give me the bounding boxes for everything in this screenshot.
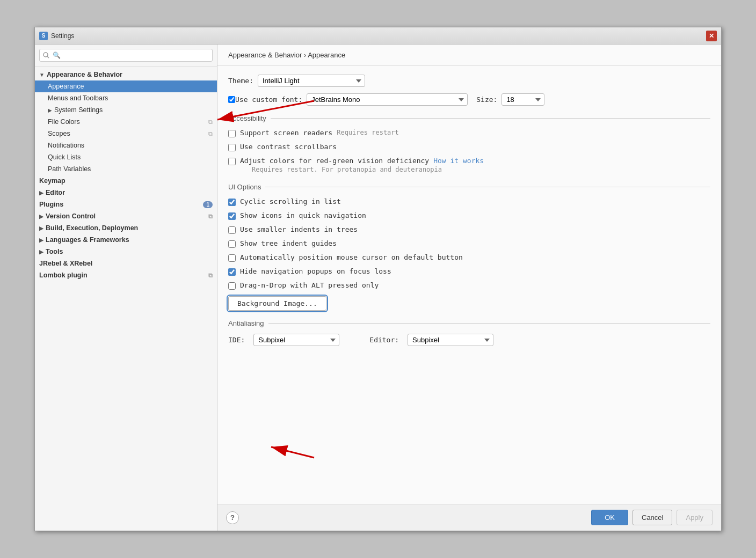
- sidebar-item-label: Appearance: [48, 83, 84, 90]
- sidebar-item-quick-lists[interactable]: Quick Lists: [35, 151, 217, 163]
- antialiasing-row: IDE: Subpixel Greyscale No antialiasing …: [228, 334, 710, 346]
- hide-nav-label[interactable]: Hide navigation popups on focus loss: [240, 267, 391, 275]
- font-row: Use custom font: JetBrains Mono Size: 18: [228, 93, 710, 106]
- ide-antialias-select[interactable]: Subpixel Greyscale No antialiasing: [253, 334, 339, 346]
- size-select[interactable]: 18: [501, 93, 544, 106]
- smaller-indents-label[interactable]: Use smaller indents in trees: [240, 225, 358, 233]
- sidebar-item-label: Keymap: [39, 177, 66, 185]
- theme-select[interactable]: IntelliJ Light: [258, 75, 365, 87]
- sidebar-item-editor[interactable]: ▶ Editor: [35, 187, 217, 199]
- sidebar-item-jrebel[interactable]: JRebel & XRebel: [35, 258, 217, 269]
- plugin-badge: 1: [203, 201, 213, 208]
- search-input[interactable]: [39, 49, 213, 62]
- auto-position-label[interactable]: Automatically position mouse cursor on d…: [240, 253, 463, 261]
- sidebar-item-keymap[interactable]: Keymap: [35, 175, 217, 187]
- sidebar-item-label: File Colors: [48, 118, 80, 126]
- breadcrumb: Appearance & Behavior › Appearance: [217, 45, 721, 66]
- screen-readers-label[interactable]: Support screen readers: [240, 129, 332, 137]
- search-box: [35, 45, 217, 67]
- editor-antialias-select[interactable]: Subpixel Greyscale No antialiasing: [408, 334, 493, 346]
- sidebar-item-file-colors[interactable]: File Colors ⧉: [35, 116, 217, 128]
- sidebar-tree: ▼ Appearance & Behavior Appearance Menus…: [35, 67, 217, 531]
- color-deficiency-row: Adjust colors for red-green vision defic…: [228, 157, 710, 178]
- font-label[interactable]: Use custom font:: [235, 96, 302, 104]
- drag-drop-checkbox[interactable]: [228, 282, 236, 290]
- cyclic-scroll-checkbox[interactable]: [228, 199, 236, 206]
- cyclic-scroll-label[interactable]: Cyclic scrolling in list: [240, 197, 341, 205]
- sidebar-item-tools[interactable]: ▶ Tools: [35, 246, 217, 258]
- antialiasing-section-header: Antialiasing: [228, 319, 710, 327]
- ide-antialias-group: IDE: Subpixel Greyscale No antialiasing: [228, 334, 339, 346]
- sidebar-item-label: Notifications: [48, 142, 84, 149]
- drag-drop-row: Drag-n-Drop with ALT pressed only: [228, 281, 710, 290]
- ok-button[interactable]: OK: [591, 510, 628, 525]
- sidebar-item-label: Path Variables: [48, 165, 91, 173]
- color-deficiency-label[interactable]: Adjust colors for red-green vision defic…: [240, 157, 429, 165]
- expand-arrow: ▼: [39, 72, 45, 78]
- bg-image-container: Background Image...: [228, 296, 710, 311]
- copy-icon: ⧉: [208, 272, 213, 279]
- help-button[interactable]: ?: [226, 511, 239, 524]
- sidebar-item-lombok[interactable]: Lombok plugin ⧉: [35, 269, 217, 281]
- show-icons-checkbox[interactable]: [228, 212, 236, 220]
- smaller-indents-checkbox[interactable]: [228, 226, 236, 234]
- contrast-scrollbars-label[interactable]: Use contrast scrollbars: [240, 143, 337, 151]
- titlebar: S Settings ✕: [35, 27, 721, 45]
- theme-label: Theme:: [228, 77, 253, 85]
- hide-nav-checkbox[interactable]: [228, 268, 236, 276]
- expand-arrow: ▶: [39, 249, 43, 255]
- sidebar-item-appearance[interactable]: Appearance: [35, 80, 217, 92]
- sidebar-item-label: Tools: [46, 248, 63, 255]
- copy-icon: ⧉: [208, 213, 213, 220]
- auto-position-row: Automatically position mouse cursor on d…: [228, 253, 710, 262]
- sidebar-item-plugins[interactable]: Plugins 1: [35, 199, 217, 210]
- sidebar-item-label: System Settings: [54, 106, 103, 114]
- sidebar-item-appearance-behavior[interactable]: ▼ Appearance & Behavior: [35, 69, 217, 80]
- sidebar-item-menus-toolbars[interactable]: Menus and Toolbars: [35, 92, 217, 104]
- contrast-scrollbars-row: Use contrast scrollbars: [228, 143, 710, 151]
- cyclic-scroll-row: Cyclic scrolling in list: [228, 197, 710, 206]
- sidebar-item-system-settings[interactable]: ▶ System Settings: [35, 104, 217, 116]
- show-icons-row: Show icons in quick navigation: [228, 211, 710, 220]
- screen-readers-hint: Requires restart: [337, 129, 399, 136]
- screen-readers-checkbox[interactable]: [228, 130, 236, 137]
- tree-indent-label[interactable]: Show tree indent guides: [240, 239, 337, 247]
- sidebar-item-languages[interactable]: ▶ Languages & Frameworks: [35, 234, 217, 246]
- expand-arrow: ▶: [39, 225, 43, 231]
- sidebar-item-scopes[interactable]: Scopes ⧉: [35, 128, 217, 140]
- sidebar-item-label: Lombok plugin: [39, 271, 88, 279]
- ui-options-section-header: UI Options: [228, 183, 710, 191]
- expand-arrow: ▶: [39, 190, 43, 196]
- apply-button[interactable]: Apply: [677, 510, 713, 525]
- sidebar-item-label: Quick Lists: [48, 153, 81, 161]
- action-buttons: OK Cancel Apply: [591, 510, 713, 525]
- color-deficiency-checkbox[interactable]: [228, 158, 236, 165]
- editor-label: Editor:: [369, 336, 399, 344]
- editor-antialias-group: Editor: Subpixel Greyscale No antialiasi…: [369, 334, 493, 346]
- sidebar-item-version-control[interactable]: ▶ Version Control ⧉: [35, 210, 217, 222]
- font-select[interactable]: JetBrains Mono: [307, 93, 468, 106]
- sidebar-item-label: Version Control: [46, 212, 96, 220]
- screen-readers-row: Support screen readers Requires restart: [228, 129, 710, 137]
- tree-indent-checkbox[interactable]: [228, 240, 236, 248]
- font-checkbox[interactable]: [228, 96, 235, 103]
- breadcrumb-current: Appearance: [308, 51, 345, 59]
- main-panel: Appearance & Behavior › Appearance Theme…: [217, 45, 721, 531]
- close-button[interactable]: ✕: [706, 31, 717, 41]
- show-icons-label[interactable]: Show icons in quick navigation: [240, 211, 366, 219]
- drag-drop-label[interactable]: Drag-n-Drop with ALT pressed only: [240, 281, 379, 289]
- cancel-button[interactable]: Cancel: [633, 510, 672, 525]
- sidebar-item-path-variables[interactable]: Path Variables: [35, 163, 217, 175]
- background-image-button[interactable]: Background Image...: [228, 296, 326, 311]
- contrast-scrollbars-checkbox[interactable]: [228, 144, 236, 151]
- settings-window: S Settings ✕ ▼ Appearance & Behavior App…: [34, 27, 722, 531]
- auto-position-checkbox[interactable]: [228, 254, 236, 262]
- expand-arrow: ▶: [39, 237, 43, 243]
- sidebar-item-notifications[interactable]: Notifications: [35, 140, 217, 151]
- sidebar-item-build[interactable]: ▶ Build, Execution, Deploymen: [35, 222, 217, 234]
- tree-indent-row: Show tree indent guides: [228, 239, 710, 248]
- accessibility-label: Accessibility: [228, 114, 266, 122]
- how-it-works-link[interactable]: How it works: [433, 157, 484, 165]
- copy-icon: ⧉: [208, 130, 213, 137]
- sidebar: ▼ Appearance & Behavior Appearance Menus…: [35, 45, 217, 531]
